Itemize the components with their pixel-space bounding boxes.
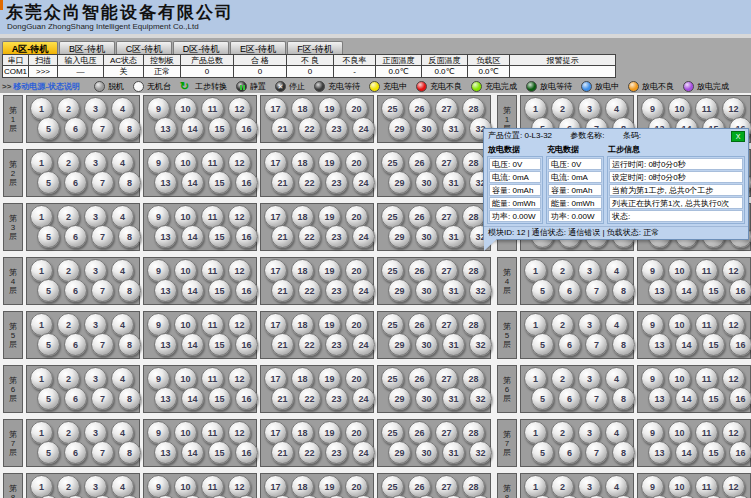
channel-button[interactable]: 13 (154, 171, 177, 194)
channel-button[interactable]: 31 (442, 279, 465, 302)
channel-button[interactable]: 30 (415, 279, 438, 302)
tab-zone-b[interactable]: B区-待机 (59, 41, 115, 55)
channel-button[interactable]: 7 (91, 171, 114, 194)
channel-button[interactable]: 8 (118, 387, 141, 410)
channel-button[interactable]: 21 (271, 171, 294, 194)
channel-button[interactable]: 32 (469, 441, 492, 464)
channel-button[interactable]: 14 (181, 279, 204, 302)
channel-button[interactable]: 21 (271, 333, 294, 356)
channel-button[interactable]: 14 (675, 333, 698, 356)
channel-button[interactable]: 15 (208, 441, 231, 464)
channel-button[interactable]: 15 (702, 333, 725, 356)
channel-button[interactable]: 24 (352, 333, 375, 356)
channel-button[interactable]: 14 (181, 117, 204, 140)
channel-button[interactable]: 23 (325, 171, 348, 194)
channel-button[interactable]: 29 (388, 441, 411, 464)
channel-button[interactable]: 23 (325, 225, 348, 248)
channel-button[interactable]: 8 (612, 387, 635, 410)
channel-button[interactable]: 29 (388, 279, 411, 302)
channel-button[interactable]: 16 (235, 387, 258, 410)
channel-button[interactable]: 24 (352, 279, 375, 302)
channel-button[interactable]: 13 (648, 333, 671, 356)
channel-button[interactable]: 31 (442, 225, 465, 248)
channel-button[interactable]: 8 (118, 225, 141, 248)
channel-button[interactable]: 29 (388, 117, 411, 140)
channel-button[interactable]: 5 (37, 279, 60, 302)
channel-button[interactable]: 16 (729, 387, 751, 410)
channel-button[interactable]: 8 (118, 279, 141, 302)
channel-button[interactable]: 6 (64, 225, 87, 248)
channel-button[interactable]: 29 (388, 171, 411, 194)
channel-button[interactable]: 32 (469, 279, 492, 302)
channel-button[interactable]: 5 (531, 441, 554, 464)
channel-button[interactable]: 5 (37, 333, 60, 356)
channel-button[interactable]: 24 (352, 117, 375, 140)
channel-button[interactable]: 8 (612, 441, 635, 464)
channel-button[interactable]: 14 (675, 279, 698, 302)
channel-button[interactable]: 13 (154, 225, 177, 248)
channel-button[interactable]: 14 (181, 387, 204, 410)
channel-button[interactable]: 29 (388, 387, 411, 410)
channel-button[interactable]: 6 (558, 333, 581, 356)
channel-button[interactable]: 22 (298, 279, 321, 302)
channel-button[interactable]: 16 (729, 333, 751, 356)
channel-button[interactable]: 21 (271, 225, 294, 248)
channel-button[interactable]: 30 (415, 225, 438, 248)
channel-button[interactable]: 15 (208, 387, 231, 410)
channel-button[interactable]: 21 (271, 279, 294, 302)
channel-button[interactable]: 14 (675, 387, 698, 410)
channel-button[interactable]: 23 (325, 117, 348, 140)
channel-button[interactable]: 15 (208, 333, 231, 356)
legend-title-link[interactable]: 移动电源-状态说明 (13, 81, 80, 92)
channel-button[interactable]: 16 (235, 279, 258, 302)
channel-button[interactable]: 6 (64, 387, 87, 410)
channel-button[interactable]: 6 (64, 279, 87, 302)
channel-button[interactable]: 8 (118, 171, 141, 194)
channel-button[interactable]: 7 (91, 117, 114, 140)
channel-button[interactable]: 7 (91, 279, 114, 302)
channel-button[interactable]: 22 (298, 171, 321, 194)
channel-button[interactable]: 31 (442, 171, 465, 194)
channel-button[interactable]: 24 (352, 171, 375, 194)
channel-button[interactable]: 21 (271, 387, 294, 410)
channel-button[interactable]: 16 (729, 279, 751, 302)
channel-button[interactable]: 16 (235, 333, 258, 356)
channel-button[interactable]: 5 (531, 279, 554, 302)
popup-close-button[interactable]: X (731, 131, 745, 142)
channel-button[interactable]: 30 (415, 441, 438, 464)
channel-button[interactable]: 14 (675, 441, 698, 464)
channel-button[interactable]: 8 (612, 279, 635, 302)
channel-button[interactable]: 30 (415, 333, 438, 356)
channel-button[interactable]: 15 (208, 117, 231, 140)
channel-button[interactable]: 13 (648, 441, 671, 464)
channel-button[interactable]: 29 (388, 333, 411, 356)
channel-button[interactable]: 30 (415, 171, 438, 194)
channel-button[interactable]: 13 (154, 117, 177, 140)
channel-button[interactable]: 22 (298, 225, 321, 248)
channel-button[interactable]: 5 (37, 387, 60, 410)
channel-button[interactable]: 13 (648, 279, 671, 302)
channel-button[interactable]: 14 (181, 441, 204, 464)
channel-button[interactable]: 14 (181, 225, 204, 248)
channel-button[interactable]: 7 (585, 333, 608, 356)
channel-button[interactable]: 16 (235, 441, 258, 464)
channel-button[interactable]: 15 (208, 171, 231, 194)
channel-button[interactable]: 15 (702, 441, 725, 464)
channel-button[interactable]: 22 (298, 117, 321, 140)
channel-button[interactable]: 7 (585, 387, 608, 410)
tab-zone-e[interactable]: E区-待机 (230, 41, 286, 55)
channel-button[interactable]: 15 (702, 279, 725, 302)
tab-zone-f[interactable]: F区-待机 (287, 41, 343, 55)
channel-button[interactable]: 23 (325, 441, 348, 464)
channel-button[interactable]: 8 (118, 441, 141, 464)
channel-button[interactable]: 24 (352, 387, 375, 410)
channel-button[interactable]: 5 (37, 171, 60, 194)
channel-button[interactable]: 23 (325, 333, 348, 356)
channel-button[interactable]: 15 (208, 279, 231, 302)
channel-button[interactable]: 24 (352, 441, 375, 464)
channel-button[interactable]: 23 (325, 279, 348, 302)
channel-button[interactable]: 6 (64, 171, 87, 194)
channel-button[interactable]: 30 (415, 117, 438, 140)
channel-button[interactable]: 6 (64, 117, 87, 140)
channel-button[interactable]: 5 (37, 117, 60, 140)
